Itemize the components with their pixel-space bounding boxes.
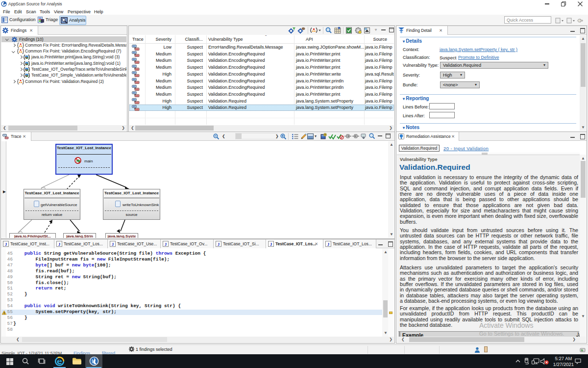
svg-text:J: J: [270, 242, 272, 247]
svg-text:J: J: [327, 242, 330, 247]
svg-text:J: J: [5, 242, 7, 247]
svg-text:J: J: [58, 242, 61, 247]
svg-text:J: J: [165, 242, 167, 247]
svg-text:J: J: [218, 242, 220, 247]
svg-text:J: J: [112, 242, 114, 247]
